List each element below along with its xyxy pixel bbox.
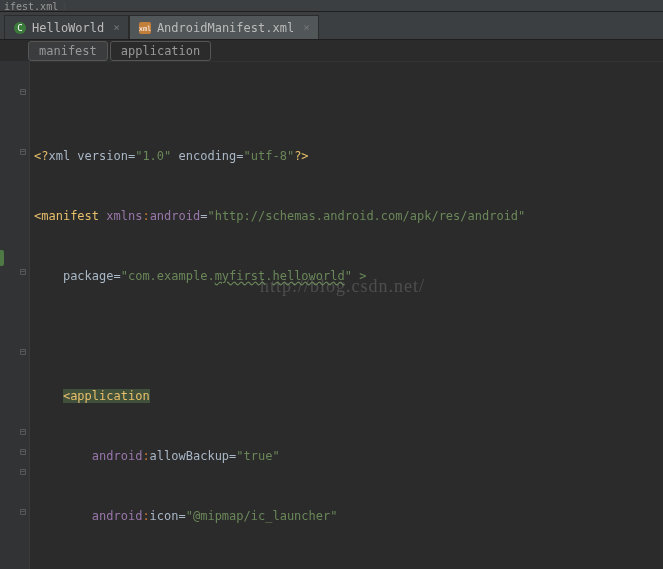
fold-end-icon[interactable]: ⊟ [20,502,26,522]
code-area[interactable]: http://blog.csdn.net/ <?xml version="1.0… [30,62,663,569]
tab-manifest[interactable]: xml AndroidManifest.xml × [129,15,319,39]
gutter: ⊟ ⊟ ⊟ ⊟ ⊟ ⊟ ⊟ ⊟ [0,62,30,569]
close-icon[interactable]: × [113,21,120,34]
fold-icon[interactable]: ⊟ [20,142,26,162]
fold-icon[interactable]: ⊟ [20,262,26,282]
structure-breadcrumb: manifest application [0,40,663,62]
crumb-manifest[interactable]: manifest [28,41,108,61]
fold-end-icon[interactable]: ⊟ [20,442,26,462]
class-icon: C [13,21,27,35]
fold-icon[interactable]: ⊟ [20,342,26,362]
android-stripe-icon [0,250,4,266]
fold-end-icon[interactable]: ⊟ [20,462,26,482]
xml-file-icon: xml [138,21,152,35]
close-icon[interactable]: × [303,21,310,34]
code-editor[interactable]: ⊟ ⊟ ⊟ ⊟ ⊟ ⊟ ⊟ ⊟ http://blog.csdn.net/ <?… [0,62,663,569]
svg-text:xml: xml [139,25,152,33]
editor-tab-bar: C HelloWorld × xml AndroidManifest.xml × [0,12,663,40]
fold-end-icon[interactable]: ⊟ [20,422,26,442]
svg-text:C: C [17,23,22,33]
tab-label: HelloWorld [32,21,104,35]
tab-label: AndroidManifest.xml [157,21,294,35]
tab-helloworld[interactable]: C HelloWorld × [4,15,129,39]
crumb-application[interactable]: application [110,41,211,61]
breadcrumb-bar: ifest.xml [0,0,663,12]
breadcrumb-item[interactable]: ifest.xml [4,0,78,14]
fold-icon[interactable]: ⊟ [20,82,26,102]
